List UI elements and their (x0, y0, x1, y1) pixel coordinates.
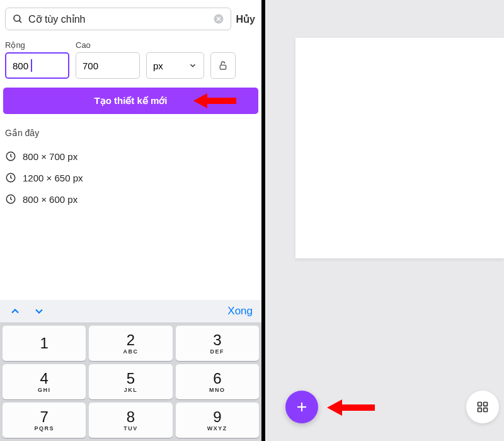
clock-icon (5, 172, 16, 183)
dimension-labels: Rộng Cao (0, 35, 261, 52)
key-8[interactable]: 8TUV (89, 403, 172, 438)
lock-open-icon (218, 60, 228, 71)
create-button-label: Tạo thiết kế mới (94, 95, 168, 106)
add-fab-button[interactable] (285, 391, 318, 423)
svg-rect-14 (484, 408, 488, 412)
keyboard-keys: 1 2ABC 3DEF 4GHI 5JKL 6MNO 7PQRS 8TUV 9W… (0, 323, 261, 438)
lock-aspect-button[interactable] (210, 52, 236, 79)
recent-item-label: 504 × 441 px (23, 151, 77, 162)
key-7[interactable]: 7PQRS (3, 403, 86, 438)
create-row: Tạo thiết kế mới (0, 79, 261, 114)
recent-item[interactable]: 1200 × 650 px (5, 167, 256, 188)
annotation-arrow-icon (193, 89, 238, 112)
svg-line-1 (19, 20, 21, 23)
key-1[interactable]: 1 (3, 326, 86, 361)
height-label: Cao (76, 40, 140, 50)
cancel-link[interactable]: Hủy (236, 13, 255, 25)
recent-item-label: 800 × 600 px (23, 194, 77, 205)
key-3[interactable]: 3DEF (176, 326, 259, 361)
svg-rect-12 (484, 403, 488, 406)
svg-rect-13 (478, 408, 482, 412)
clock-icon (5, 193, 16, 205)
key-6[interactable]: 6MNO (176, 364, 259, 399)
width-input[interactable] (5, 52, 69, 79)
chevron-up-icon[interactable] (9, 305, 21, 318)
unit-select[interactable]: px (146, 52, 204, 79)
width-label: Rộng (5, 40, 69, 50)
recent-item-label: 1200 × 650 px (23, 173, 83, 183)
key-5[interactable]: 5JKL (89, 364, 172, 399)
svg-marker-4 (193, 93, 236, 108)
numeric-keyboard: Xong 1 2ABC 3DEF 4GHI 5JKL 6MNO 7PQRS 8T… (0, 300, 261, 441)
recent-section: Gần đây 504 × 441 px 1200 × 650 px 800 ×… (0, 114, 261, 210)
annotation-arrow-icon (327, 396, 376, 419)
key-2[interactable]: 2ABC (89, 326, 172, 361)
unit-label: px (153, 60, 163, 71)
keyboard-done-button[interactable]: Xong (227, 305, 253, 318)
svg-rect-3 (220, 65, 226, 69)
svg-point-0 (14, 15, 20, 21)
key-9[interactable]: 9WXYZ (176, 403, 259, 438)
keyboard-nav (9, 305, 45, 318)
text-cursor (31, 59, 32, 72)
search-box[interactable] (5, 8, 231, 30)
grid-icon (476, 401, 489, 413)
grid-view-button[interactable] (466, 391, 499, 423)
height-input[interactable] (76, 52, 140, 79)
canvas-panel (265, 0, 504, 441)
dimension-row: px (0, 52, 261, 79)
recent-item[interactable]: 800 × 600 px (5, 188, 256, 210)
svg-marker-10 (327, 399, 375, 416)
chevron-down-icon (188, 61, 197, 70)
design-canvas[interactable] (295, 38, 504, 258)
search-row: Hủy (0, 0, 261, 35)
custom-size-panel: Hủy Rộng Cao px Tạo thiết kế mới (0, 0, 261, 441)
plus-icon (294, 399, 309, 415)
clock-icon (5, 151, 16, 162)
keyboard-toolbar: Xong (0, 300, 261, 323)
svg-rect-11 (478, 403, 482, 406)
recent-title: Gần đây (5, 128, 256, 138)
chevron-down-icon[interactable] (33, 305, 45, 318)
search-icon (12, 13, 23, 25)
recent-item[interactable]: 504 × 441 px (5, 146, 256, 167)
search-input[interactable] (28, 13, 208, 25)
key-4[interactable]: 4GHI (3, 364, 86, 399)
clear-icon[interactable] (213, 13, 224, 25)
